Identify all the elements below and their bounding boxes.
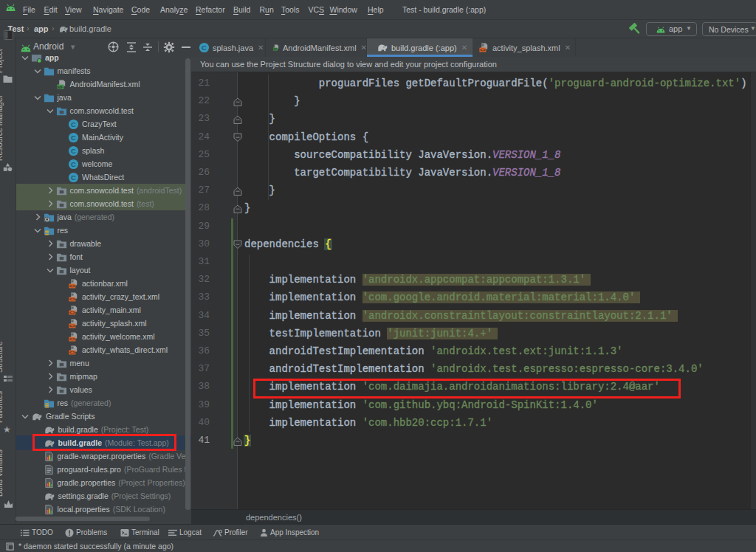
svg-text:C: C — [71, 173, 76, 181]
svg-text:<>: <> — [69, 337, 75, 342]
svg-text:C: C — [71, 160, 76, 168]
svg-text:<>: <> — [69, 323, 75, 328]
svg-text:<>: <> — [69, 283, 75, 289]
svg-text:<>: <> — [69, 297, 75, 302]
svg-text:<>: <> — [480, 48, 486, 53]
svg-text:<>: <> — [69, 310, 75, 315]
svg-text:MF: MF — [57, 84, 63, 89]
svg-text:C: C — [71, 120, 76, 128]
svg-text:C: C — [202, 44, 207, 52]
svg-text:<>: <> — [69, 350, 75, 355]
svg-text:C: C — [71, 134, 76, 141]
svg-text:C: C — [71, 147, 76, 154]
svg-text:MF: MF — [273, 48, 278, 51]
